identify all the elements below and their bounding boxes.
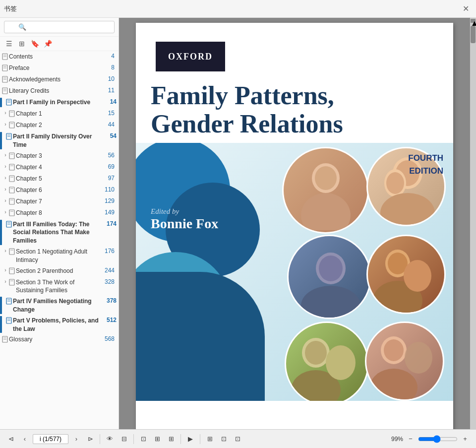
svg-rect-32 xyxy=(9,210,14,216)
toc-item-ch5[interactable]: › Chapter 5 97 xyxy=(0,173,119,185)
toc-page: 15 xyxy=(103,110,117,117)
svg-point-62 xyxy=(301,286,360,319)
expand-arrow[interactable]: › xyxy=(2,248,9,254)
fullscreen-button[interactable]: ⊞ xyxy=(204,433,216,446)
nav-last-button[interactable]: ⊳ xyxy=(84,433,96,446)
toc-item-part1[interactable]: Part I Family in Perspective 14 xyxy=(0,97,119,108)
content-area: OXFORD Family Patterns, Gender Relations xyxy=(119,18,476,429)
toc-item-ch2[interactable]: › Chapter 2 44 xyxy=(0,120,119,131)
zoom-slider[interactable] xyxy=(418,435,458,443)
nav-next-button[interactable]: › xyxy=(70,433,82,446)
toc-item-glossary[interactable]: Glossary 568 xyxy=(0,334,119,345)
toc-item-ch4[interactable]: › Chapter 4 69 xyxy=(0,162,119,173)
toc-item-part2[interactable]: Part II Family Diversity Over Time 54 xyxy=(0,131,119,150)
page-icon xyxy=(6,221,13,245)
expand-arrow[interactable]: › xyxy=(2,122,9,127)
zoom-fit-button[interactable]: ⊡ xyxy=(232,433,243,446)
toc-item-part5[interactable]: Part V Problems, Policies, and the Law 5… xyxy=(0,315,119,334)
toc-page: 11 xyxy=(103,87,117,94)
svg-rect-17 xyxy=(9,122,14,128)
toc-label: Part III Families Today: The Social Rela… xyxy=(13,220,105,245)
page-icon xyxy=(9,267,16,276)
scrollbar-thumb[interactable] xyxy=(471,26,476,43)
expand-arrow[interactable]: › xyxy=(2,152,9,158)
expand-arrow[interactable]: › xyxy=(2,175,9,181)
minus-tool-button[interactable]: ⊟ xyxy=(118,433,130,446)
toc-label: Chapter 7 xyxy=(16,197,103,206)
page-icon xyxy=(6,298,13,314)
toc-label: Chapter 3 xyxy=(16,152,103,160)
fit-page-button[interactable]: ⊡ xyxy=(137,433,149,446)
page-wrapper[interactable]: OXFORD Family Patterns, Gender Relations xyxy=(119,18,470,429)
svg-point-72 xyxy=(384,339,404,361)
svg-rect-24 xyxy=(9,164,14,170)
page-icon xyxy=(2,64,9,73)
nav-first-button[interactable]: ⊲ xyxy=(5,433,17,446)
cover-editor-area: Edited by Bonnie Fox xyxy=(151,207,218,232)
bookmark-icon[interactable]: 🔖 xyxy=(30,39,40,49)
zoom-out-button[interactable]: − xyxy=(405,433,416,446)
close-button[interactable]: ✕ xyxy=(460,3,472,14)
oxford-logo: OXFORD xyxy=(156,42,225,71)
toc-label: Preface xyxy=(9,64,103,72)
menu-icon[interactable]: ☰ xyxy=(4,39,14,49)
svg-point-66 xyxy=(404,260,431,292)
scrollbar-track[interactable]: ▲ xyxy=(470,18,476,429)
svg-point-58 xyxy=(386,172,404,194)
rotate-button[interactable]: ⊡ xyxy=(218,433,230,446)
expand-arrow[interactable]: › xyxy=(2,279,9,284)
page-icon xyxy=(6,317,13,333)
toc-item-ch7[interactable]: › Chapter 7 129 xyxy=(0,196,119,207)
toc-item-ch6[interactable]: › Chapter 6 110 xyxy=(0,185,119,196)
toc-list: Contents 4 Preface 8 xyxy=(0,51,119,429)
part-indicator xyxy=(0,132,2,149)
pin-icon[interactable]: 📌 xyxy=(43,39,53,49)
expand-arrow[interactable]: › xyxy=(2,110,9,116)
expand-arrow[interactable]: › xyxy=(2,187,9,192)
expand-arrow[interactable]: › xyxy=(2,164,9,169)
eye-tool-button[interactable]: 👁 xyxy=(104,433,116,446)
grid-icon[interactable]: ⊞ xyxy=(17,39,27,49)
photo-circle-6 xyxy=(365,321,444,401)
oxford-label: OXFORD xyxy=(168,52,213,62)
toc-item-part3[interactable]: Part III Families Today: The Social Rela… xyxy=(0,219,119,246)
bottom-toolbar: ⊲ ‹ › ⊳ 👁 ⊟ ⊡ ⊞ ⊞ ▶ ⊞ ⊡ ⊡ 99% − + xyxy=(0,429,476,448)
save-copy-button[interactable]: ⊞ xyxy=(165,433,177,446)
search-input[interactable] xyxy=(4,21,115,33)
toc-item-ch3[interactable]: › Chapter 3 56 xyxy=(0,150,119,162)
toc-label: Acknowledgements xyxy=(9,75,103,84)
page-icon xyxy=(9,110,16,119)
expand-arrow[interactable]: › xyxy=(2,198,9,203)
play-button[interactable]: ▶ xyxy=(184,433,196,446)
toc-item-ch1[interactable]: › Chapter 1 15 xyxy=(0,108,119,120)
toc-item-sec2[interactable]: › Section 2 Parenthood 244 xyxy=(0,265,119,277)
toc-item-sec1[interactable]: › Section 1 Negotiating Adult Intimacy 1… xyxy=(0,246,119,265)
save-button[interactable]: ⊞ xyxy=(151,433,163,446)
toc-item-preface[interactable]: Preface 8 xyxy=(0,63,119,74)
svg-point-70 xyxy=(326,345,356,380)
toc-item-acknowledgements[interactable]: Acknowledgements 10 xyxy=(0,74,119,85)
page-input[interactable] xyxy=(33,434,68,444)
scroll-up-arrow[interactable]: ▲ xyxy=(471,19,476,23)
separator-3 xyxy=(180,434,181,444)
toc-page: 44 xyxy=(103,121,117,128)
toc-label: Section 1 Negotiating Adult Intimacy xyxy=(16,248,103,264)
photo-circle-5 xyxy=(285,321,369,401)
page-icon xyxy=(9,279,16,287)
toc-item-contents[interactable]: Contents 4 xyxy=(0,51,119,63)
toc-label: Section 3 The Work of Sustaining Familie… xyxy=(16,278,103,295)
toc-label: Part V Problems, Policies, and the Law xyxy=(13,317,105,333)
toc-page: 97 xyxy=(103,175,117,182)
page-icon xyxy=(2,336,9,344)
expand-arrow[interactable]: › xyxy=(2,209,9,215)
toc-label: Contents xyxy=(9,53,103,61)
toc-item-part4[interactable]: Part IV Families Negotiating Change 378 xyxy=(0,296,119,315)
page-icon xyxy=(9,164,16,172)
zoom-in-button[interactable]: + xyxy=(459,433,471,446)
svg-rect-30 xyxy=(9,198,14,204)
toc-item-literary-credits[interactable]: Literary Credits 11 xyxy=(0,85,119,97)
expand-arrow[interactable]: › xyxy=(2,267,9,273)
nav-prev-button[interactable]: ‹ xyxy=(19,433,31,446)
toc-item-ch8[interactable]: › Chapter 8 149 xyxy=(0,207,119,219)
toc-item-sec3[interactable]: › Section 3 The Work of Sustaining Famil… xyxy=(0,277,119,296)
